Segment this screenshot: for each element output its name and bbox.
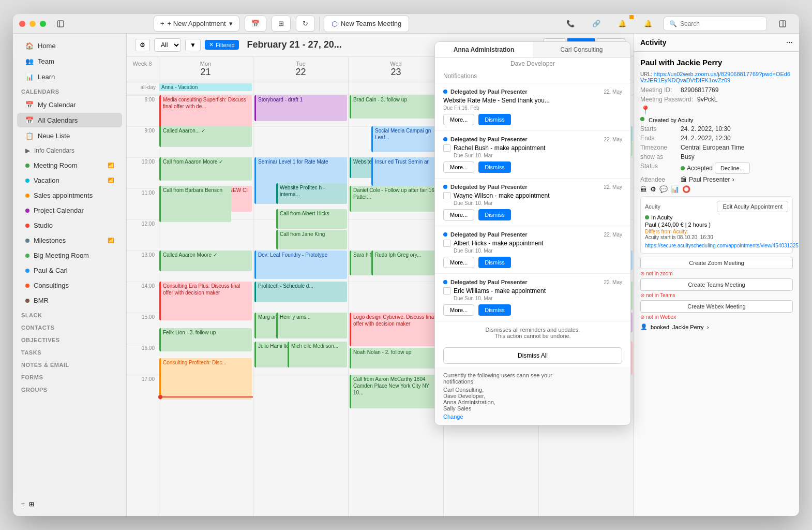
calendar-filter-select[interactable]: All bbox=[154, 38, 181, 52]
event-michelle[interactable]: Mich elle Medi son... bbox=[288, 342, 347, 367]
notif-dot-2 bbox=[443, 137, 447, 141]
event-aaron-mccarthy[interactable]: Call from Aaron McCarthy 1804 Camden Pla… bbox=[350, 375, 442, 408]
event-rudolph[interactable]: Rudo lph Greg ory... bbox=[371, 251, 442, 275]
sidebar-item-consultings[interactable]: Consultings bbox=[17, 278, 122, 292]
sidebar-item-sales[interactable]: Sales appointments bbox=[17, 188, 122, 202]
show-as-value: Busy bbox=[681, 153, 695, 160]
notif-dismiss-3[interactable]: Dismiss bbox=[478, 209, 511, 220]
create-zoom-button[interactable]: Create Zoom Meeting bbox=[640, 257, 793, 269]
event-call-aaaron-moore[interactable]: Call from Aaaron Moore ✓ bbox=[159, 157, 252, 181]
event-daniel-cole[interactable]: Daniel Cole - Follow up after fair 1646 … bbox=[350, 186, 442, 212]
notif-checkbox-5[interactable] bbox=[443, 287, 450, 295]
time-9: 9:00 bbox=[127, 126, 158, 157]
not-in-zoom: ⊘ not in zoom bbox=[640, 271, 793, 276]
event-called-aaaron2[interactable]: Called Aaaron Moore ✓ bbox=[159, 251, 252, 271]
event-felix-lion[interactable]: Felix Lion - 3. follow up bbox=[159, 328, 252, 351]
notif-checkbox-3[interactable] bbox=[443, 192, 450, 199]
filtered-badge[interactable]: ✕ Filtered bbox=[205, 40, 239, 50]
filter-button[interactable]: ▼ bbox=[185, 39, 201, 51]
notif-dismiss-1[interactable]: Dismiss bbox=[478, 114, 511, 125]
more-options-button[interactable]: ··· bbox=[786, 38, 793, 47]
event-dev-leaf[interactable]: Dev: Leaf Foundry - Prototype bbox=[254, 251, 347, 279]
sidebar-item-project-cal[interactable]: Project Calendar bbox=[17, 203, 122, 217]
dismiss-all-button[interactable]: Dismiss All bbox=[443, 347, 622, 364]
bell-icon-button[interactable]: 🔔 bbox=[612, 16, 633, 31]
event-noah-nolan[interactable]: Noah Nolan - 2. follow up bbox=[350, 348, 442, 369]
notif-checkbox-2[interactable] bbox=[443, 144, 450, 152]
notif-more-3[interactable]: More... bbox=[443, 209, 474, 220]
event-call-albert[interactable]: Call from Albert Hicks bbox=[276, 209, 347, 229]
notif-item-4: Delegated by Paul Presenter 22. May Albe… bbox=[435, 226, 630, 274]
notification-overlay: Anna Administration Carl Consulting Dave… bbox=[434, 41, 631, 425]
sidebar-item-learn[interactable]: 📊 Learn bbox=[17, 69, 122, 84]
grid-view-button[interactable]: ⊞ bbox=[272, 16, 291, 32]
dave-tab[interactable]: Dave Developer bbox=[435, 58, 630, 69]
notif-more-5[interactable]: More... bbox=[443, 304, 474, 316]
sidebar-item-team[interactable]: 👥 Team bbox=[17, 54, 122, 68]
edit-acuity-button[interactable]: Edit Acuity Appointment bbox=[717, 201, 788, 212]
event-consulting-era[interactable]: Consulting Era Plus: Discuss final offer… bbox=[159, 282, 252, 320]
sidebar-item-studio[interactable]: Studio bbox=[17, 218, 122, 232]
notif-more-2[interactable]: More... bbox=[443, 161, 474, 173]
day-header-wed: Wed 23 bbox=[348, 56, 443, 82]
sidebar-item-info-cals[interactable]: ▶ Info Calendars bbox=[17, 144, 122, 157]
sidebar-item-bmr[interactable]: BMR bbox=[17, 293, 122, 307]
event-call-jane[interactable]: Call from Jane King bbox=[276, 230, 347, 249]
grid-small-icon[interactable]: ⊞ bbox=[29, 500, 34, 508]
new-appointment-label: + New Appointment bbox=[168, 20, 226, 27]
event-social-media[interactable]: Social Media Campai gn Leaf... bbox=[371, 126, 442, 152]
notif-checkbox-4[interactable] bbox=[443, 240, 450, 247]
sidebar-item-vacation[interactable]: Vacation 📶 bbox=[17, 173, 122, 187]
decline-button[interactable]: Decline... bbox=[715, 163, 750, 174]
notif-dismiss-4[interactable]: Dismiss bbox=[478, 257, 511, 268]
notif-dismiss-5[interactable]: Dismiss bbox=[478, 304, 511, 316]
starts-value: 24. 2. 2022, 10:30 bbox=[681, 125, 731, 132]
add-icon[interactable]: + bbox=[21, 500, 25, 508]
vacation-event[interactable]: Anna - Vacation bbox=[159, 83, 252, 91]
sidebar-item-milestones[interactable]: Milestones 📶 bbox=[17, 233, 122, 247]
event-insured-trust[interactable]: Insur ed Trust Semin ar bbox=[371, 157, 442, 186]
create-webex-button[interactable]: Create Webex Meeting bbox=[640, 300, 793, 313]
event-logo-cyberive[interactable]: Logo design Cyberive: Discuss final offe… bbox=[350, 313, 442, 346]
share-icon-button[interactable]: 🔗 bbox=[586, 16, 607, 31]
notif-tab-anna[interactable]: Anna Administration bbox=[435, 42, 533, 57]
notif-more-1[interactable]: More... bbox=[443, 114, 474, 125]
chevron-right-icon: ▶ bbox=[25, 147, 30, 154]
event-url[interactable]: https://us02web.zoom.us/j/829068817769?p… bbox=[640, 71, 790, 83]
event-profitech-schedule[interactable]: Profitech - Schedule d... bbox=[254, 282, 347, 302]
event-called-aaaron1[interactable]: Called Aaaron... ✓ bbox=[159, 126, 252, 147]
event-storyboard[interactable]: Storyboard - draft 1 bbox=[254, 95, 347, 121]
sidebar-item-my-calendar[interactable]: 📅 My Calendar bbox=[17, 97, 122, 112]
calendar-view-button[interactable]: 📅 bbox=[245, 16, 266, 32]
sidebar-item-neue-liste[interactable]: 📋 Neue Liste bbox=[17, 128, 122, 143]
event-website-profitech-tue[interactable]: Website Profitec h - interna... bbox=[276, 183, 347, 204]
notif-dismiss-2[interactable]: Dismiss bbox=[478, 161, 511, 173]
event-consulting-profitech[interactable]: Consulting Profitech: Disc... bbox=[159, 358, 252, 400]
acuity-link[interactable]: https://secure.acuityscheduling.com/appo… bbox=[645, 243, 799, 248]
phone-icon-button[interactable]: 📞 bbox=[560, 16, 581, 31]
close-button[interactable] bbox=[19, 21, 25, 27]
sidebar-item-paul-carl[interactable]: Paul & Carl bbox=[17, 263, 122, 277]
event-call-barbara[interactable]: Call from Barbara Benson bbox=[159, 186, 231, 222]
event-henry[interactable]: Henr y ams... bbox=[276, 313, 347, 338]
minimize-button[interactable] bbox=[29, 21, 36, 27]
layout-icon-button[interactable] bbox=[772, 16, 793, 32]
sidebar-item-big-meeting[interactable]: Big Meeting Room bbox=[17, 248, 122, 262]
alert-icon-button[interactable]: 🔔 bbox=[638, 16, 658, 31]
sync-button[interactable]: ↻ bbox=[296, 16, 315, 32]
sidebar-item-home[interactable]: 🏠 Home bbox=[17, 38, 122, 53]
footer-text: Currently the following users cann see y… bbox=[443, 372, 622, 385]
new-teams-meeting-button[interactable]: ⬡ New Teams Meeting bbox=[324, 16, 410, 32]
new-appointment-button[interactable]: + + New Appointment ▾ bbox=[154, 16, 239, 32]
maximize-button[interactable] bbox=[40, 21, 46, 27]
notif-more-4[interactable]: More... bbox=[443, 257, 474, 268]
create-teams-button[interactable]: Create Teams Meeting bbox=[640, 278, 793, 291]
event-brad-cain[interactable]: Brad Cain - 3. follow up bbox=[350, 95, 442, 119]
sidebar-item-all-calendars[interactable]: 📅 All Calendars bbox=[17, 113, 122, 127]
settings-button[interactable]: ⚙ bbox=[135, 39, 150, 51]
sidebar-item-meeting-room[interactable]: Meeting Room 📶 bbox=[17, 158, 122, 172]
sidebar-toggle[interactable] bbox=[54, 18, 67, 30]
notif-tab-carl[interactable]: Carl Consulting bbox=[533, 42, 630, 57]
search-input[interactable] bbox=[680, 20, 758, 27]
change-link[interactable]: Change bbox=[443, 414, 463, 420]
